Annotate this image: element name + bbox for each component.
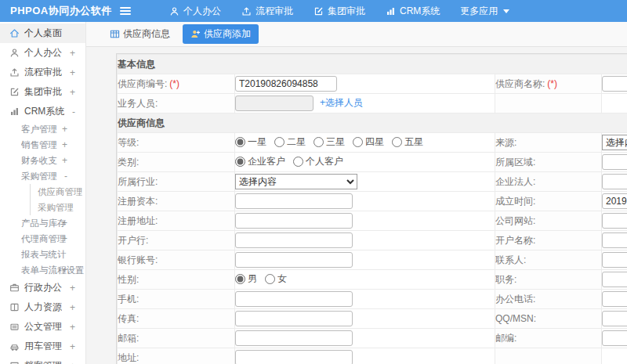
sidebar-item-form-process-settings[interactable]: 表单与流程设置+	[0, 262, 85, 278]
expand-toggle-icon[interactable]: +	[62, 233, 67, 244]
topmenu-item-label: 更多应用	[460, 5, 498, 18]
grade-option-2[interactable]: 三星	[314, 135, 345, 149]
office-phone-input[interactable]	[602, 291, 627, 307]
expand-toggle-icon[interactable]: +	[62, 155, 67, 166]
sidebar-item-vehicle-mgmt[interactable]: 用车管理+	[0, 337, 85, 356]
doc-icon	[9, 322, 20, 332]
expand-toggle-icon[interactable]: +	[62, 139, 67, 150]
expand-toggle-icon[interactable]: +	[70, 48, 75, 59]
expand-toggle-icon[interactable]: +	[70, 361, 75, 364]
radio-label: 二星	[287, 135, 306, 149]
bank-branch-input[interactable]	[235, 232, 353, 248]
region-input[interactable]	[602, 154, 627, 170]
field-label: 类别:	[118, 157, 139, 168]
grade-radio-4[interactable]	[392, 137, 402, 147]
sidebar-item-customer-mgmt[interactable]: 客户管理+	[0, 121, 85, 137]
business-person-input[interactable]	[235, 96, 314, 111]
sidebar-item-document-mgmt[interactable]: 公文管理+	[0, 317, 85, 337]
gender-radio-0[interactable]	[235, 274, 245, 284]
email-input[interactable]	[235, 330, 353, 346]
address-input[interactable]	[235, 350, 353, 364]
category-radio-1[interactable]	[293, 157, 303, 167]
category-radio-0[interactable]	[235, 157, 245, 167]
topmenu-item-personal-office[interactable]: 个人办公	[159, 0, 231, 22]
sidebar-item-admin-office[interactable]: 行政办公+	[0, 278, 85, 297]
expand-toggle-icon[interactable]: +	[62, 218, 67, 229]
sidebar-item-group-approval[interactable]: 集团审批+	[0, 82, 85, 102]
grade-option-1[interactable]: 二星	[274, 135, 306, 149]
expand-toggle-icon[interactable]: +	[70, 67, 75, 78]
grade-option-3[interactable]: 四星	[353, 135, 384, 149]
sidebar-item-agent-mgmt[interactable]: 代理商管理+	[0, 231, 85, 247]
expand-toggle-icon[interactable]: -	[64, 171, 67, 182]
sidebar-item-personal-desktop[interactable]: 个人桌面	[0, 23, 85, 43]
sidebar-item-label: 财务收支	[21, 155, 57, 167]
grade-radio-1[interactable]	[274, 137, 285, 147]
topmenu-item-crm-system[interactable]: CRM系统	[375, 0, 450, 22]
expand-toggle-icon[interactable]: +	[62, 124, 67, 135]
registered-capital-input[interactable]	[235, 193, 353, 209]
sidebar-item-finance[interactable]: 财务收支+	[0, 153, 85, 168]
tab-supplier-add[interactable]: 供应商添加	[183, 24, 259, 44]
category-option-1[interactable]: 个人客户	[293, 155, 343, 168]
source-select[interactable]: 选择内容	[602, 135, 627, 150]
radio-label: 男	[248, 272, 257, 286]
grade-option-4[interactable]: 五星	[392, 135, 423, 149]
field-label: 地址:	[118, 352, 139, 363]
expand-toggle-icon[interactable]: +	[70, 322, 75, 333]
topmenu-item-label: 流程审批	[256, 5, 293, 18]
postcode-input[interactable]	[602, 330, 627, 346]
sidebar-item-crm-system[interactable]: CRM系统-	[0, 102, 85, 121]
grade-radio-2[interactable]	[314, 137, 324, 147]
topmenu-item-more-apps[interactable]: 更多应用	[450, 0, 520, 22]
expand-toggle-icon[interactable]: -	[72, 106, 75, 117]
topmenu-item-group-approval[interactable]: 集团审批	[303, 0, 375, 22]
topmenu-item-process-approval[interactable]: 流程审批	[231, 0, 303, 22]
gender-radio-1[interactable]	[265, 274, 275, 284]
fax-input[interactable]	[235, 311, 353, 326]
supplier-code-input[interactable]	[235, 76, 337, 92]
sidebar-item-product-inventory[interactable]: 产品与库存+	[0, 215, 85, 231]
expand-toggle-icon[interactable]: +	[62, 265, 67, 276]
expand-toggle-icon[interactable]: +	[70, 87, 75, 98]
sidebar-item-archive-mgmt[interactable]: 档案管理+	[0, 356, 85, 364]
sidebar-item-purchase-mgmt-item[interactable]: 采购管理	[30, 200, 85, 215]
contact-person-input[interactable]	[602, 252, 627, 268]
supplier-name-input[interactable]	[602, 76, 627, 92]
registered-address-input[interactable]	[235, 213, 353, 229]
sidebar-item-sales-mgmt[interactable]: 销售管理+	[0, 137, 85, 153]
sidebar-item-reports-stats[interactable]: 报表与统计	[0, 247, 85, 262]
form-row: 性别:男女职务:	[118, 270, 627, 290]
mobile-input[interactable]	[235, 291, 353, 307]
bank-account-input[interactable]	[235, 252, 353, 268]
expand-toggle-icon[interactable]: +	[70, 283, 75, 294]
grade-radio-3[interactable]	[353, 137, 363, 147]
grade-option-0[interactable]: 一星	[235, 135, 266, 149]
expand-toggle-icon[interactable]: +	[70, 341, 75, 352]
menu-toggle-icon[interactable]	[114, 7, 137, 15]
sidebar-item-label: 报表与统计	[21, 249, 67, 261]
qq-msn-input[interactable]	[602, 311, 627, 326]
tab-supplier-info[interactable]: 供应商信息	[104, 25, 176, 43]
field-label: 来源:	[495, 137, 516, 148]
sidebar-item-label: 人力资源	[24, 301, 62, 314]
sidebar-item-purchase-mgmt[interactable]: 采购管理-	[0, 168, 85, 184]
account-name-input[interactable]	[602, 232, 627, 248]
sidebar-item-process-approval[interactable]: 流程审批+	[0, 63, 85, 82]
sidebar-item-personal-office[interactable]: 个人办公+	[0, 43, 85, 63]
legal-person-input[interactable]	[602, 174, 627, 189]
sidebar-item-human-resources[interactable]: 人力资源+	[0, 297, 85, 317]
category-option-0[interactable]: 企业客户	[235, 155, 285, 168]
industry-select[interactable]: 选择内容	[235, 174, 357, 189]
business-person-picker-link[interactable]: +选择人员	[320, 97, 363, 108]
gender-option-1[interactable]: 女	[265, 272, 287, 286]
company-website-input[interactable]	[602, 213, 627, 229]
gender-option-0[interactable]: 男	[235, 272, 257, 286]
expand-toggle-icon[interactable]: +	[70, 302, 75, 313]
sidebar-item-supplier-mgmt[interactable]: 供应商管理	[30, 184, 85, 200]
position-input[interactable]	[602, 272, 627, 287]
founded-date-input[interactable]	[602, 193, 627, 209]
upload-icon	[241, 6, 252, 16]
form-row: 所属行业:选择内容企业法人:	[118, 172, 627, 192]
grade-radio-0[interactable]	[235, 137, 245, 147]
